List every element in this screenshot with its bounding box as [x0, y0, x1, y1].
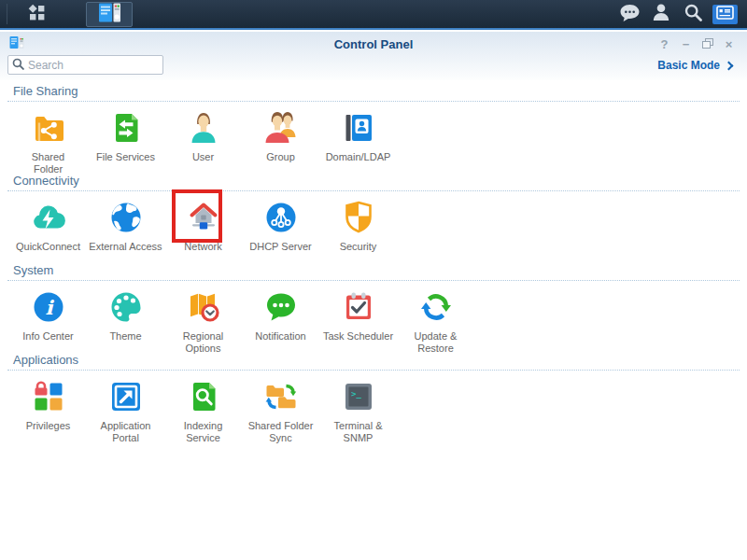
info-center-icon: i [30, 288, 67, 326]
item-shared-folder[interactable]: Shared Folder [9, 109, 87, 170]
row-applications: Privileges Application Portal [9, 378, 747, 439]
user-icon [185, 109, 222, 147]
item-shared-folder-sync[interactable]: Shared Folder Sync [242, 378, 319, 439]
search-box [7, 55, 163, 75]
item-label: DHCP Server [249, 241, 311, 253]
apps-grid-icon [27, 3, 47, 26]
item-notification[interactable]: Notification [242, 288, 319, 349]
row-file-sharing: Shared Folder File Services [9, 109, 747, 170]
item-label: Security [340, 241, 377, 253]
user-account-button[interactable] [645, 0, 677, 28]
basic-mode-link[interactable]: Basic Mode [657, 59, 732, 72]
control-panel-icon [98, 2, 121, 27]
item-label: External Access [89, 241, 162, 253]
item-label: Privileges [26, 420, 71, 432]
item-dhcp-server[interactable]: DHCP Server [242, 199, 319, 259]
widgets-panel-icon [716, 6, 734, 23]
item-security[interactable]: Security [319, 199, 397, 259]
item-user[interactable]: User [164, 109, 242, 170]
item-label: Shared Folder Sync [243, 420, 319, 444]
item-label: File Services [96, 151, 155, 163]
terminal-snmp-icon: >_ [340, 378, 377, 415]
item-label: QuickConnect [16, 241, 80, 253]
item-task-scheduler[interactable]: Task Scheduler [319, 288, 397, 349]
section-header-connectivity: Connectivity [7, 174, 740, 191]
row-connectivity: QuickConnect External Access [9, 199, 747, 259]
control-panel-taskbar-button[interactable] [86, 2, 133, 27]
taskbar-right [613, 0, 747, 28]
item-application-portal[interactable]: Application Portal [87, 378, 164, 439]
item-theme[interactable]: Theme [87, 288, 164, 349]
shared-folder-sync-icon [262, 378, 300, 415]
item-domain-ldap[interactable]: Domain/LDAP [319, 109, 397, 170]
taskbar [0, 0, 747, 30]
item-label: Regional Options [165, 330, 242, 355]
help-button[interactable]: ? [657, 37, 671, 51]
item-label: Group [266, 151, 295, 163]
row-system: i Info Center [9, 288, 747, 349]
external-access-icon [107, 199, 145, 236]
item-label: Notification [255, 330, 305, 343]
dhcp-server-icon [262, 199, 300, 236]
item-privileges[interactable]: Privileges [9, 378, 87, 439]
privileges-icon [30, 378, 67, 415]
search-button[interactable] [677, 0, 709, 28]
network-icon [185, 199, 222, 236]
domain-ldap-icon [340, 109, 377, 147]
file-services-icon [107, 109, 145, 147]
item-quickconnect[interactable]: QuickConnect [9, 199, 87, 259]
close-button[interactable]: × [722, 37, 736, 51]
item-indexing-service[interactable]: Indexing Service [164, 378, 242, 439]
item-label: Indexing Service [176, 420, 232, 444]
item-label: Info Center [22, 330, 73, 343]
theme-icon [107, 288, 145, 326]
item-info-center[interactable]: i Info Center [9, 288, 87, 349]
item-label: Application Portal [88, 420, 164, 444]
item-terminal-snmp[interactable]: >_ Terminal & SNMP [319, 378, 397, 439]
control-panel-content: File Sharing [0, 80, 747, 560]
magnifier-icon [12, 57, 24, 74]
item-regional-options[interactable]: Regional Options [164, 288, 242, 349]
item-label: User [192, 151, 214, 163]
item-label: Shared Folder [21, 151, 77, 175]
section-header-applications: Applications [7, 353, 740, 371]
item-label: Domain/LDAP [326, 151, 391, 163]
search-input[interactable] [28, 59, 173, 72]
widgets-button[interactable] [712, 5, 738, 24]
security-icon [340, 199, 377, 236]
item-external-access[interactable]: External Access [87, 199, 164, 259]
item-label: Network [184, 241, 221, 253]
section-header-system: System [7, 263, 740, 281]
item-label: Update & Restore [398, 330, 474, 355]
regional-options-icon [185, 288, 222, 326]
item-file-services[interactable]: File Services [87, 109, 164, 170]
window-controls: ? − × [657, 37, 736, 51]
quickconnect-icon [30, 199, 67, 236]
basic-mode-label: Basic Mode [657, 59, 720, 72]
shared-folder-icon [30, 109, 67, 147]
chevron-right-icon [725, 62, 734, 71]
item-label: Theme [109, 330, 141, 343]
maximize-button[interactable] [700, 37, 714, 51]
control-panel-window: Control Panel ? − × Basic Mode [0, 32, 747, 560]
window-header: Control Panel ? − × Basic Mode [0, 32, 747, 80]
svg-text:>_: >_ [351, 389, 361, 399]
item-label: Task Scheduler [323, 330, 393, 343]
application-portal-icon [107, 378, 145, 415]
group-icon [262, 109, 300, 147]
item-network[interactable]: Network [164, 199, 242, 259]
item-group[interactable]: Group [242, 109, 319, 170]
task-scheduler-icon [340, 288, 377, 326]
magnifier-icon [684, 3, 702, 25]
notification-icon [262, 288, 300, 326]
person-icon [652, 3, 670, 25]
page-title: Control Panel [0, 37, 747, 51]
notifications-button[interactable] [613, 0, 645, 28]
item-update-restore[interactable]: Update & Restore [397, 288, 474, 349]
update-restore-icon [417, 288, 455, 326]
section-header-file-sharing: File Sharing [7, 84, 740, 102]
main-menu-button[interactable] [13, 0, 60, 28]
taskbar-divider [7, 4, 7, 24]
chat-bubble-icon [619, 3, 641, 26]
minimize-button[interactable]: − [679, 37, 693, 51]
